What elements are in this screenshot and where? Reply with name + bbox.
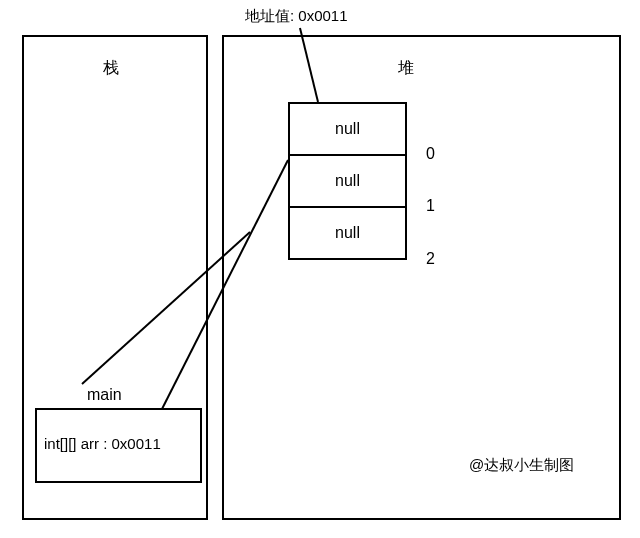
cell-index-0: 0 [426, 145, 435, 163]
address-label: 地址值: 0x0011 [245, 7, 348, 26]
cell-index-1: 1 [426, 197, 435, 215]
array-cell-0: null [288, 102, 407, 156]
cell-value-1: null [335, 172, 360, 190]
arr-variable: int[][] arr : 0x0011 [44, 435, 161, 452]
heap-box [222, 35, 621, 520]
array-cell-1: null [288, 154, 407, 208]
cell-value-2: null [335, 224, 360, 242]
heap-title: 堆 [398, 58, 414, 79]
cell-value-0: null [335, 120, 360, 138]
stack-title: 栈 [103, 58, 119, 79]
main-frame-label: main [87, 386, 122, 404]
array-cell-2: null [288, 206, 407, 260]
credit-text: @达叔小生制图 [469, 456, 574, 475]
cell-index-2: 2 [426, 250, 435, 268]
